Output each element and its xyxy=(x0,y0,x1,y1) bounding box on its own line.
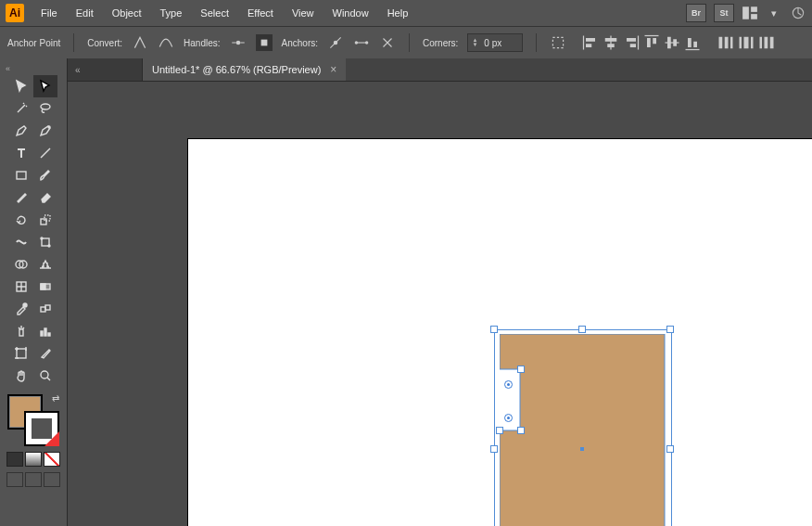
scale-tool[interactable] xyxy=(33,209,57,231)
align-right-icon[interactable] xyxy=(622,34,641,51)
color-mode-solid[interactable] xyxy=(6,452,23,467)
draw-behind-icon[interactable] xyxy=(25,472,42,487)
convert-label: Convert: xyxy=(87,38,122,48)
menu-effect[interactable]: Effect xyxy=(240,4,281,22)
zoom-tool[interactable] xyxy=(33,365,57,387)
anchors-connect-icon[interactable] xyxy=(353,34,370,51)
distribute-right-icon[interactable] xyxy=(757,34,776,51)
handles-show-icon[interactable] xyxy=(230,34,247,51)
eyedropper-tool[interactable] xyxy=(9,298,33,320)
document-tab-strip: « Untitled-1* @ 66.67% (RGB/Preview) × xyxy=(68,58,812,82)
pen-tool[interactable] xyxy=(9,120,33,142)
curvature-tool[interactable] xyxy=(33,120,57,142)
rectangle-tool[interactable] xyxy=(9,164,33,186)
align-bottom-icon[interactable] xyxy=(683,34,702,51)
selection-handle[interactable] xyxy=(666,326,674,333)
gpu-preview-icon[interactable] xyxy=(790,5,806,21)
distribute-left-icon[interactable] xyxy=(717,34,735,51)
artboard-tool[interactable] xyxy=(9,342,33,365)
svg-rect-46 xyxy=(45,305,50,310)
svg-point-31 xyxy=(41,104,50,109)
anchors-remove-icon[interactable] xyxy=(327,34,344,51)
close-tab-icon[interactable]: × xyxy=(330,63,336,76)
menu-view[interactable]: View xyxy=(285,4,322,22)
eraser-tool[interactable] xyxy=(33,186,57,209)
align-top-icon[interactable] xyxy=(642,34,661,51)
align-vcenter-icon[interactable] xyxy=(663,34,681,51)
selection-handle[interactable] xyxy=(496,427,503,434)
magic-wand-tool[interactable] xyxy=(9,97,33,120)
slice-tool[interactable] xyxy=(33,342,57,365)
menu-window[interactable]: Window xyxy=(325,4,376,22)
width-tool[interactable] xyxy=(9,231,33,253)
lasso-tool[interactable] xyxy=(33,97,57,120)
hand-tool[interactable] xyxy=(9,365,33,387)
symbol-sprayer-tool[interactable] xyxy=(9,320,33,342)
menu-help[interactable]: Help xyxy=(380,4,416,22)
draw-inside-icon[interactable] xyxy=(44,472,60,487)
svg-rect-10 xyxy=(586,38,595,42)
paintbrush-tool[interactable] xyxy=(33,164,57,186)
app-logo: Ai xyxy=(6,4,24,22)
swap-fill-stroke-icon[interactable]: ⇄ xyxy=(50,392,61,404)
fill-stroke-swatch[interactable]: ⇄ xyxy=(7,394,59,446)
svg-rect-17 xyxy=(653,38,657,44)
column-graph-tool[interactable] xyxy=(33,320,57,342)
corner-radius-field[interactable] xyxy=(481,38,522,48)
live-corner-widget[interactable] xyxy=(504,414,513,422)
toolbox-collapse-icon[interactable]: « xyxy=(0,62,16,75)
menu-file[interactable]: File xyxy=(33,4,65,22)
selection-handle[interactable] xyxy=(578,326,586,333)
svg-rect-25 xyxy=(740,37,742,49)
align-left-icon[interactable] xyxy=(581,34,600,51)
stroke-swatch[interactable] xyxy=(24,411,59,446)
arrange-documents-icon[interactable] xyxy=(742,5,758,21)
color-mode-gradient[interactable] xyxy=(25,452,42,467)
perspective-grid-tool[interactable] xyxy=(33,253,57,276)
handles-label: Handles: xyxy=(184,38,220,48)
svg-rect-2 xyxy=(751,14,757,19)
bridge-button[interactable]: Br xyxy=(686,4,706,22)
line-segment-tool[interactable] xyxy=(33,142,57,164)
align-group xyxy=(581,34,702,51)
blend-tool[interactable] xyxy=(33,298,57,320)
menu-select[interactable]: Select xyxy=(193,4,236,22)
type-tool[interactable] xyxy=(9,142,33,164)
distribute-hcenter-icon[interactable] xyxy=(737,34,755,51)
canvas-stage[interactable] xyxy=(68,82,812,526)
svg-rect-9 xyxy=(553,37,564,47)
chevron-down-icon[interactable]: ▾ xyxy=(766,5,782,21)
convert-corner-icon[interactable] xyxy=(132,34,148,51)
convert-smooth-icon[interactable] xyxy=(158,34,174,51)
free-transform-tool[interactable] xyxy=(33,231,57,253)
corner-radius-input[interactable]: ▲▼ xyxy=(467,33,523,52)
selection-handle[interactable] xyxy=(490,445,498,453)
panel-collapse-icon[interactable]: « xyxy=(68,58,143,81)
menu-edit[interactable]: Edit xyxy=(69,4,101,22)
menu-type[interactable]: Type xyxy=(153,4,190,22)
direct-selection-tool[interactable] xyxy=(33,75,57,97)
document-tab[interactable]: Untitled-1* @ 66.67% (RGB/Preview) × xyxy=(143,58,346,81)
stock-button[interactable]: St xyxy=(714,4,734,22)
svg-rect-30 xyxy=(770,37,774,49)
rotate-tool[interactable] xyxy=(9,209,33,231)
shaper-tool[interactable] xyxy=(9,186,33,209)
svg-rect-35 xyxy=(44,215,50,221)
selection-handle[interactable] xyxy=(517,366,525,373)
handles-remove-icon[interactable] xyxy=(256,34,273,51)
gradient-tool[interactable] xyxy=(33,276,57,298)
selection-tool[interactable] xyxy=(9,75,33,97)
mesh-tool[interactable] xyxy=(9,276,33,298)
color-mode-none[interactable] xyxy=(44,452,60,467)
draw-normal-icon[interactable] xyxy=(6,472,23,487)
selection-handle[interactable] xyxy=(666,445,674,453)
shape-builder-tool[interactable] xyxy=(9,253,33,276)
isolate-icon[interactable] xyxy=(550,34,566,51)
anchors-cut-icon[interactable] xyxy=(379,34,396,51)
align-hcenter-icon[interactable] xyxy=(602,34,620,51)
selection-handle[interactable] xyxy=(517,427,525,434)
svg-rect-51 xyxy=(17,349,26,358)
live-corner-widget[interactable] xyxy=(504,380,513,389)
menu-object[interactable]: Object xyxy=(105,4,149,22)
selection-handle[interactable] xyxy=(490,326,498,333)
